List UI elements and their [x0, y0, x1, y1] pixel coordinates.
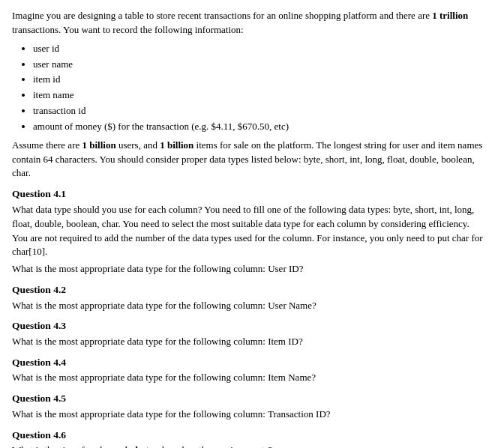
- intro-paragraph: Imagine you are designing a table to sto…: [12, 9, 483, 37]
- main-content: Imagine you are designing a table to sto…: [0, 0, 495, 448]
- question-4-2-heading: Question 4.2: [12, 282, 483, 297]
- q46-text2: , based on the previous parts?: [158, 444, 273, 448]
- info-list: user id user name item id item name tran…: [33, 42, 483, 134]
- question-4-6-text: What is the size of each row in bytes, b…: [12, 444, 483, 448]
- q46-text1: What is the size of each row: [12, 444, 125, 448]
- question-4-4-subtext: What is the most appropriate data type f…: [12, 371, 483, 385]
- list-item: amount of money ($) for the transaction …: [33, 120, 483, 134]
- intro-bold-1: 1 trillion: [432, 10, 468, 21]
- intro-text-1: Imagine you are designing a table to sto…: [12, 10, 468, 35]
- assumption-paragraph: Assume there are 1 billion users, and 1 …: [12, 139, 483, 181]
- question-4-5-subtext: What is the most appropriate data type f…: [12, 408, 483, 422]
- question-4-2-subtext: What is the most appropriate data type f…: [12, 299, 483, 313]
- list-item: item id: [33, 73, 483, 87]
- list-item: transaction id: [33, 104, 483, 118]
- question-4-6-heading: Question 4.6: [12, 428, 483, 443]
- billion-items-bold: 1 billion: [160, 139, 194, 151]
- question-4-5-heading: Question 4.5: [12, 391, 483, 406]
- billion-users-bold: 1 billion: [82, 139, 116, 151]
- list-item: item name: [33, 88, 483, 103]
- question-4-3-subtext: What is the most appropriate data type f…: [12, 335, 483, 349]
- list-item: user id: [33, 42, 483, 56]
- list-item: user name: [33, 58, 483, 72]
- question-4-1-subtext: What is the most appropriate data type f…: [12, 262, 483, 276]
- question-4-1-heading: Question 4.1: [12, 187, 483, 202]
- question-4-4-heading: Question 4.4: [12, 355, 483, 370]
- question-4-3-heading: Question 4.3: [12, 318, 483, 333]
- question-4-1-body: What data type should you use for each c…: [12, 203, 483, 259]
- q46-bold: in bytes: [125, 444, 158, 448]
